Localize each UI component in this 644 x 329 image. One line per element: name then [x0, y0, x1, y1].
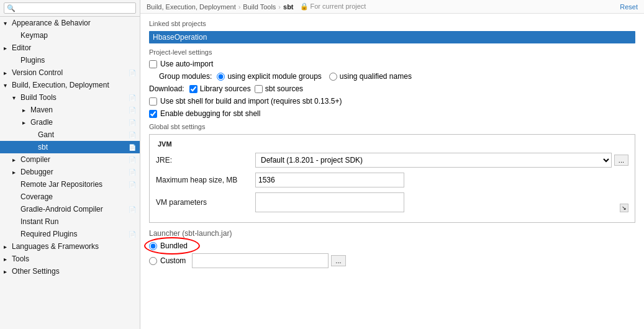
- linked-sbt-projects-section: Linked sbt projects HbaseOperation: [149, 20, 635, 43]
- max-heap-label: Maximum heap size, MB: [156, 176, 255, 184]
- sidebar-item-label: sbt: [38, 143, 48, 151]
- group-modules-label: Group modules:: [159, 72, 212, 81]
- expand-arrow: ▸: [22, 107, 29, 114]
- use-sbt-shell-label[interactable]: Use sbt shell for build and import (requ…: [149, 97, 342, 106]
- sidebar-item-label: Gradle: [30, 118, 53, 127]
- jre-input-container: Default (1.8.201 - project SDK) ...: [255, 153, 628, 168]
- sidebar-item-version-control[interactable]: ▸ Version Control 📄: [0, 66, 140, 79]
- sidebar-item-label: Languages & Frameworks: [12, 242, 99, 251]
- sidebar-item-label: Appearance & Behavior: [12, 19, 91, 27]
- custom-browse-button[interactable]: ...: [331, 255, 345, 266]
- sbt-sources-checkbox[interactable]: [255, 85, 263, 93]
- breadcrumb-sep1: ›: [238, 3, 241, 11]
- expand-arrow: ▸: [4, 243, 10, 250]
- expand-arrow: ▾: [12, 94, 19, 101]
- linked-sbt-projects-label: Linked sbt projects: [149, 20, 635, 27]
- custom-path-input[interactable]: [192, 253, 329, 268]
- sidebar-item-debugger[interactable]: ▸ Debugger 📄: [0, 166, 140, 178]
- sidebar: ▾ Appearance & Behavior Keymap ▸ Editor …: [0, 0, 140, 329]
- use-auto-import-checkbox[interactable]: [149, 60, 157, 68]
- global-sbt-settings-label: Global sbt settings: [149, 123, 635, 130]
- breadcrumb: Build, Execution, Deployment › Build Too…: [140, 0, 644, 14]
- group-modules-explicit-label[interactable]: using explicit module groups: [217, 72, 321, 81]
- library-sources-checkbox[interactable]: [189, 85, 197, 93]
- bundled-option-container: Bundled: [149, 241, 188, 250]
- group-modules-row: Group modules: using explicit module gro…: [149, 72, 635, 81]
- sidebar-item-label: Build, Execution, Deployment: [12, 81, 109, 89]
- sidebar-item-compiler[interactable]: ▸ Compiler 📄: [0, 153, 140, 166]
- group-modules-explicit-radio[interactable]: [217, 73, 225, 81]
- sidebar-item-plugins[interactable]: Plugins: [0, 54, 140, 66]
- expand-arrow: ▾: [4, 20, 10, 27]
- vm-params-expand-button[interactable]: ↘: [620, 204, 628, 212]
- breadcrumb-part2[interactable]: Build Tools: [243, 3, 276, 11]
- sidebar-item-label: Tools: [12, 255, 29, 263]
- custom-radio[interactable]: [149, 257, 157, 265]
- project-level-settings-label: Project-level settings: [149, 48, 635, 56]
- launcher-section: Launcher (sbt-launch.jar) Bundled Custom…: [149, 229, 635, 268]
- sidebar-search-container: [0, 0, 140, 17]
- page-icon: 📄: [129, 70, 136, 76]
- sidebar-item-required-plugins[interactable]: Required Plugins 📄: [0, 228, 140, 240]
- launcher-label: Launcher (sbt-launch.jar): [149, 229, 635, 238]
- content-area: Linked sbt projects HbaseOperation Proje…: [140, 14, 644, 329]
- sidebar-item-sbt[interactable]: sbt 📄: [0, 141, 140, 153]
- sidebar-item-tools[interactable]: ▸ Tools: [0, 253, 140, 265]
- sidebar-item-appearance-behavior[interactable]: ▾ Appearance & Behavior: [0, 17, 140, 29]
- page-icon: 📄: [129, 156, 136, 163]
- vm-params-textarea[interactable]: [255, 192, 404, 212]
- bundled-label[interactable]: Bundled: [149, 241, 188, 250]
- breadcrumb-part1[interactable]: Build, Execution, Deployment: [147, 3, 236, 11]
- vm-params-label: VM parameters: [156, 198, 255, 207]
- max-heap-input[interactable]: [255, 173, 404, 187]
- sidebar-item-keymap[interactable]: Keymap: [0, 29, 140, 42]
- enable-debugging-row: Enable debugging for sbt shell: [149, 109, 635, 118]
- sidebar-item-label: Editor: [12, 43, 31, 52]
- search-input[interactable]: [4, 2, 136, 14]
- sidebar-item-gradle[interactable]: ▸ Gradle 📄: [0, 116, 140, 128]
- linked-project-item[interactable]: HbaseOperation: [149, 31, 635, 43]
- expand-arrow: ▸: [4, 256, 10, 263]
- page-icon: 📄: [129, 107, 136, 114]
- bundled-radio[interactable]: [149, 242, 157, 250]
- sidebar-item-label: Other Settings: [12, 267, 60, 276]
- reset-button[interactable]: Reset: [620, 3, 638, 11]
- sidebar-item-maven[interactable]: ▸ Maven 📄: [0, 104, 140, 116]
- custom-row: Custom ...: [149, 253, 635, 268]
- custom-label[interactable]: Custom: [149, 256, 186, 265]
- sidebar-item-remote-jar[interactable]: Remote Jar Repositories 📄: [0, 178, 140, 191]
- sidebar-item-build-tools[interactable]: ▾ Build Tools 📄: [0, 91, 140, 104]
- sidebar-item-other[interactable]: ▸ Other Settings: [0, 265, 140, 277]
- sidebar-item-build-execution-deployment[interactable]: ▾ Build, Execution, Deployment: [0, 79, 140, 91]
- jre-select[interactable]: Default (1.8.201 - project SDK): [255, 153, 612, 168]
- enable-debugging-checkbox[interactable]: [149, 110, 157, 118]
- sidebar-item-coverage[interactable]: Coverage: [0, 191, 140, 203]
- use-auto-import-label[interactable]: Use auto-import: [149, 60, 213, 68]
- max-heap-row: Maximum heap size, MB: [156, 173, 628, 187]
- jre-browse-button[interactable]: ...: [614, 155, 628, 166]
- download-label: Download:: [149, 84, 184, 93]
- use-sbt-shell-checkbox[interactable]: [149, 97, 157, 106]
- sidebar-item-gant[interactable]: Gant 📄: [0, 128, 140, 141]
- sidebar-item-editor[interactable]: ▸ Editor: [0, 42, 140, 54]
- expand-arrow: ▸: [4, 45, 10, 52]
- group-modules-qualified-label[interactable]: using qualified names: [329, 72, 412, 81]
- main-panel: Build, Execution, Deployment › Build Too…: [140, 0, 644, 329]
- enable-debugging-label[interactable]: Enable debugging for sbt shell: [149, 109, 260, 118]
- sidebar-item-instant-run[interactable]: Instant Run: [0, 215, 140, 228]
- sidebar-item-label: Instant Run: [20, 217, 58, 226]
- expand-arrow: ▸: [4, 268, 10, 275]
- sidebar-item-label: Keymap: [20, 31, 48, 40]
- page-icon: 📄: [129, 231, 136, 238]
- jre-label: JRE:: [156, 156, 255, 164]
- sidebar-item-languages-frameworks[interactable]: ▸ Languages & Frameworks: [0, 240, 140, 253]
- page-icon: 📄: [129, 181, 136, 188]
- sidebar-item-gradle-android[interactable]: Gradle-Android Compiler 📄: [0, 203, 140, 215]
- sidebar-item-label: Version Control: [12, 68, 63, 77]
- page-icon: 📄: [129, 206, 136, 213]
- library-sources-label[interactable]: Library sources: [189, 84, 251, 93]
- group-modules-qualified-radio[interactable]: [329, 73, 337, 81]
- bundled-row: Bundled: [149, 241, 635, 250]
- sbt-sources-label[interactable]: sbt sources: [255, 84, 303, 93]
- sidebar-item-label: Gant: [38, 130, 54, 139]
